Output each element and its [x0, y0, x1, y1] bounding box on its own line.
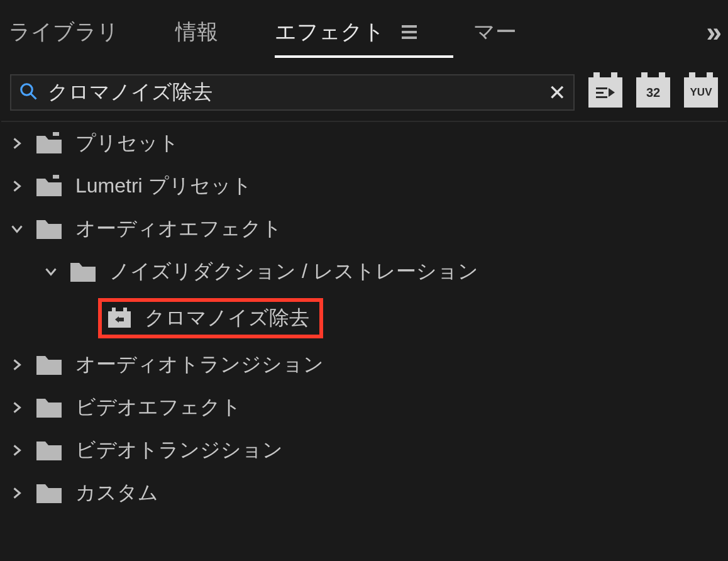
highlighted-effect: クロマノイズ除去: [98, 298, 323, 338]
tab-effects-label: エフェクト: [275, 19, 385, 43]
folder-icon: [35, 353, 63, 376]
tree-label: クロマノイズ除去: [145, 304, 309, 332]
tree-label: ビデオトランジション: [75, 436, 283, 464]
svg-marker-5: [609, 88, 615, 97]
tree-item-noise-reduction[interactable]: ノイズリダクション / レストレーション: [1, 250, 727, 293]
effects-tree: プリセット Lumetri プリセット オーディオエフェクト ノイズリダクション…: [1, 121, 727, 561]
badge-32bit[interactable]: 32: [636, 77, 670, 108]
tabs-overflow-icon[interactable]: »: [707, 16, 719, 48]
svg-marker-6: [53, 132, 59, 136]
chevron-right-icon: [11, 138, 23, 149]
folder-icon: [35, 396, 63, 419]
panel-tabs: ライブラリ 情報 エフェクト マー »: [0, 0, 728, 53]
chevron-down-icon: [11, 223, 23, 235]
chevron-right-icon: [11, 181, 23, 192]
folder-icon: [35, 218, 63, 240]
chevron-right-icon: [11, 402, 23, 413]
tab-markers[interactable]: マー: [473, 18, 517, 47]
svg-line-1: [31, 94, 36, 99]
chevron-right-icon: [11, 487, 23, 499]
tree-label: カスタム: [75, 479, 158, 507]
tree-item-presets[interactable]: プリセット: [1, 122, 727, 165]
folder-icon: [69, 260, 97, 283]
tree-label: プリセット: [75, 130, 179, 157]
svg-rect-10: [123, 308, 127, 311]
search-bar: ✕ 32 YUV: [0, 53, 728, 121]
tree-label: ビデオエフェクト: [75, 394, 241, 421]
panel-menu-icon[interactable]: [402, 25, 417, 39]
search-box: ✕: [10, 74, 575, 111]
tree-label: Lumetri プリセット: [75, 172, 252, 200]
preset-folder-icon: [35, 132, 63, 155]
badge-yuv[interactable]: YUV: [684, 77, 718, 108]
tab-library[interactable]: ライブラリ: [9, 18, 119, 47]
clear-search-icon[interactable]: ✕: [548, 80, 566, 105]
chevron-down-icon: [45, 266, 57, 277]
svg-marker-7: [53, 175, 59, 179]
folder-icon: [35, 439, 63, 462]
svg-rect-3: [596, 92, 604, 94]
svg-rect-12: [119, 318, 124, 321]
folder-icon: [35, 482, 63, 504]
svg-rect-2: [596, 87, 607, 89]
tab-effects[interactable]: エフェクト: [275, 18, 417, 47]
svg-rect-9: [112, 308, 116, 311]
tree-item-audio-effects[interactable]: オーディオエフェクト: [1, 208, 727, 250]
audio-effect-icon: [107, 308, 132, 329]
search-input[interactable]: [38, 81, 548, 104]
accelerated-effects-badge[interactable]: [588, 77, 622, 108]
tab-info[interactable]: 情報: [175, 18, 218, 47]
search-icon: [19, 82, 38, 103]
tree-item-video-effects[interactable]: ビデオエフェクト: [1, 386, 727, 429]
tree-item-lumetri[interactable]: Lumetri プリセット: [1, 165, 727, 208]
tree-label: オーディオトランジション: [75, 351, 324, 379]
tree-item-audio-transitions[interactable]: オーディオトランジション: [1, 343, 727, 386]
svg-point-0: [21, 84, 33, 96]
preset-folder-icon: [35, 175, 63, 197]
chevron-right-icon: [11, 445, 23, 456]
tree-label: ノイズリダクション / レストレーション: [109, 258, 478, 286]
tree-item-chroma-denoise[interactable]: クロマノイズ除去: [1, 293, 727, 343]
svg-rect-4: [596, 96, 607, 98]
tree-label: オーディオエフェクト: [75, 215, 282, 243]
tree-item-custom[interactable]: カスタム: [1, 472, 727, 514]
chevron-right-icon: [11, 359, 23, 370]
tree-item-video-transitions[interactable]: ビデオトランジション: [1, 429, 727, 472]
